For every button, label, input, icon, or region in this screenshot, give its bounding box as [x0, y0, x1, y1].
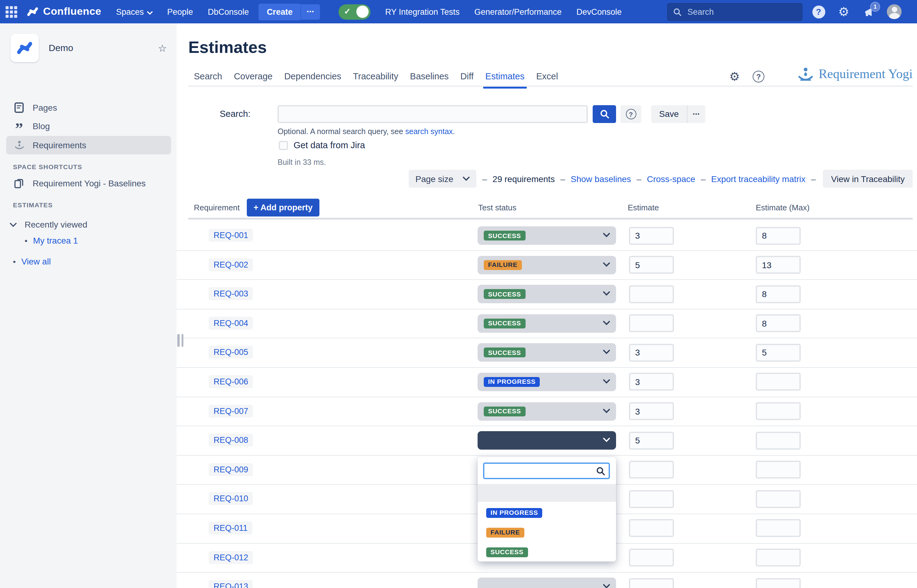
avatar[interactable]: [887, 4, 902, 19]
estimate-max-input[interactable]: [756, 373, 801, 391]
show-baselines-link[interactable]: Show baselines: [571, 174, 631, 184]
view-in-traceability-button[interactable]: View in Traceability: [823, 170, 913, 187]
app-switcher-icon[interactable]: [5, 6, 17, 18]
requirement-link[interactable]: REQ-011: [209, 522, 253, 535]
view-all-link[interactable]: • View all: [6, 252, 171, 271]
estimate-input[interactable]: [629, 402, 674, 420]
search-help-button[interactable]: ?: [621, 105, 641, 123]
test-status-select[interactable]: SUCCESS: [478, 314, 616, 333]
test-status-select[interactable]: [478, 431, 616, 450]
dropdown-option-success[interactable]: SUCCESS: [486, 546, 528, 557]
notifications-button[interactable]: 1: [862, 4, 876, 19]
estimates-help-icon[interactable]: ?: [753, 71, 765, 82]
run-search-button[interactable]: [593, 105, 616, 123]
requirement-link[interactable]: REQ-012: [209, 551, 253, 564]
cross-space-link[interactable]: Cross-space: [647, 174, 695, 184]
confluence-logo[interactable]: Confluence: [26, 5, 101, 18]
estimate-max-input[interactable]: [756, 227, 801, 244]
recently-viewed-toggle[interactable]: Recently viewed: [6, 215, 171, 234]
nav-item-dbconsole[interactable]: DbConsole: [208, 7, 249, 16]
space-name[interactable]: Demo: [49, 42, 73, 53]
requirement-link[interactable]: REQ-002: [209, 258, 253, 271]
nav-link-ry-integration-tests[interactable]: RY Integration Tests: [385, 7, 460, 16]
get-data-from-jira-checkbox[interactable]: [279, 141, 288, 150]
estimates-settings-gear-icon[interactable]: ⚙: [729, 69, 740, 84]
add-property-button[interactable]: + Add property: [247, 199, 319, 216]
nav-link-devconsole[interactable]: DevConsole: [576, 7, 622, 16]
estimate-max-input[interactable]: [756, 256, 801, 274]
sidebar-item-blog[interactable]: ” Blog: [6, 117, 171, 135]
estimate-input[interactable]: [629, 549, 674, 567]
sidebar-resize-handle[interactable]: [177, 334, 183, 347]
save-button[interactable]: Save: [651, 105, 687, 123]
dropdown-search-input[interactable]: [488, 465, 595, 475]
requirement-yogi-logo[interactable]: Requirement Yogi: [798, 66, 913, 82]
sidebar-item-label: Pages: [32, 103, 57, 113]
recent-page-link[interactable]: • My tracea 1: [6, 231, 171, 250]
requirement-link[interactable]: REQ-007: [209, 404, 253, 417]
estimate-max-input[interactable]: [756, 519, 801, 537]
query-search-input[interactable]: [277, 105, 588, 123]
settings-button[interactable]: ⚙: [836, 4, 851, 19]
test-status-select[interactable]: [478, 578, 616, 588]
requirement-link[interactable]: REQ-013: [209, 580, 253, 588]
dropdown-option-in-progress[interactable]: IN PROGRESS: [486, 506, 543, 518]
requirement-link[interactable]: REQ-010: [209, 493, 253, 505]
requirement-link[interactable]: REQ-008: [209, 434, 253, 446]
requirement-link[interactable]: REQ-005: [209, 346, 253, 359]
estimate-input[interactable]: [629, 256, 674, 274]
test-status-select[interactable]: SUCCESS: [478, 402, 616, 420]
estimate-input[interactable]: [629, 519, 674, 537]
save-more-button[interactable]: •••: [687, 111, 706, 117]
requirement-link[interactable]: REQ-004: [209, 317, 253, 330]
nav-item-people[interactable]: People: [167, 7, 193, 16]
requirement-link[interactable]: REQ-001: [209, 229, 253, 242]
estimate-input[interactable]: [629, 227, 674, 244]
create-button[interactable]: Create: [259, 3, 301, 20]
requirement-link[interactable]: REQ-009: [209, 463, 253, 476]
estimate-input[interactable]: [629, 490, 674, 508]
estimate-max-input[interactable]: [756, 344, 801, 362]
estimate-max-input[interactable]: [756, 461, 801, 479]
nav-link-generator-performance[interactable]: Generator/Performance: [475, 7, 562, 16]
estimate-input[interactable]: [629, 578, 674, 588]
estimate-input[interactable]: [629, 373, 674, 391]
col-test-status: Test status: [478, 199, 516, 216]
dropdown-option-failure[interactable]: FAILURE: [486, 526, 524, 537]
requirement-link[interactable]: REQ-006: [209, 375, 253, 388]
estimate-input[interactable]: [629, 344, 674, 362]
estimate-input[interactable]: [629, 431, 674, 449]
test-status-select[interactable]: SUCCESS: [478, 226, 616, 245]
search-syntax-link[interactable]: search syntax: [405, 127, 453, 136]
test-status-select[interactable]: SUCCESS: [478, 285, 616, 303]
estimate-input[interactable]: [629, 315, 674, 333]
dropdown-option-blank[interactable]: [478, 484, 616, 502]
space-logo[interactable]: [10, 34, 39, 62]
nav-item-spaces[interactable]: Spaces: [116, 7, 152, 16]
requirement-link[interactable]: REQ-003: [209, 287, 253, 300]
star-icon[interactable]: ☆: [158, 42, 167, 54]
estimate-max-input[interactable]: [756, 578, 801, 588]
page-size-dropdown[interactable]: Page size: [409, 170, 477, 187]
test-status-select[interactable]: SUCCESS: [478, 344, 616, 362]
estimate-input[interactable]: [629, 285, 674, 303]
estimate-max-input[interactable]: [756, 315, 801, 333]
export-traceability-matrix-link[interactable]: Export traceability matrix: [711, 174, 805, 184]
estimate-max-input[interactable]: [756, 490, 801, 508]
status-toggle[interactable]: ✓: [339, 4, 371, 19]
test-status-select[interactable]: IN PROGRESS: [478, 373, 616, 391]
estimate-max-input[interactable]: [756, 549, 801, 567]
test-status-select[interactable]: FAILURE: [478, 255, 616, 274]
nav-more-button[interactable]: •••: [301, 4, 320, 19]
sidebar-item-pages[interactable]: Pages: [6, 99, 171, 117]
sidebar-item-requirements[interactable]: Requirements: [6, 136, 171, 154]
global-search[interactable]: [667, 3, 802, 21]
help-button[interactable]: ?: [811, 4, 826, 19]
estimate-max-input[interactable]: [756, 402, 801, 420]
sidebar-shortcut-ry-baselines[interactable]: Requirement Yogi - Baselines: [6, 174, 171, 192]
estimate-max-input[interactable]: [756, 431, 801, 449]
dropdown-search[interactable]: [483, 462, 610, 479]
global-search-input[interactable]: [686, 7, 787, 17]
estimate-input[interactable]: [629, 461, 674, 479]
estimate-max-input[interactable]: [756, 285, 801, 303]
